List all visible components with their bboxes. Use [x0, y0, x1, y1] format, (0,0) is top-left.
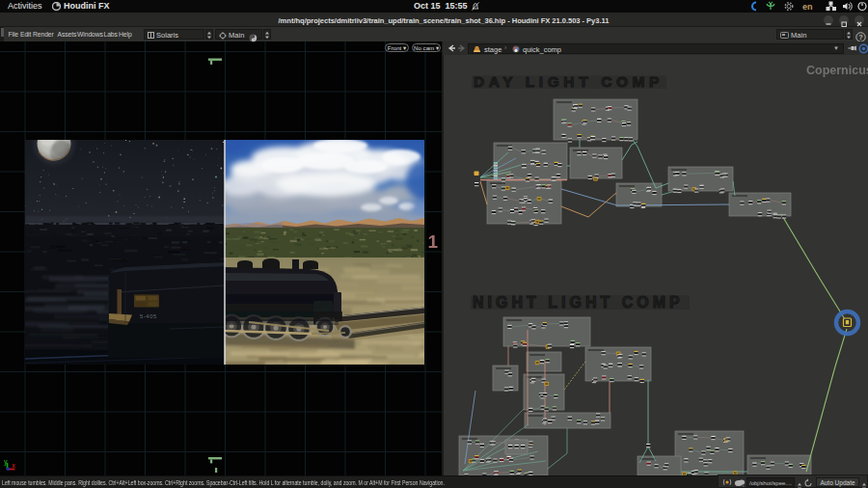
svg-text:1: 1: [428, 231, 439, 252]
svg-text:Copernicus: Copernicus: [806, 64, 868, 77]
svg-text:en: en: [802, 2, 813, 12]
svg-text:NIGHT LIGHT COMP: NIGHT LIGHT COMP: [473, 294, 684, 311]
svg-text:?: ?: [858, 33, 863, 41]
svg-text:DAY LIGHT COMP: DAY LIGHT COMP: [474, 73, 664, 90]
svg-text:x: x: [13, 462, 16, 469]
svg-text:y: y: [4, 458, 8, 466]
